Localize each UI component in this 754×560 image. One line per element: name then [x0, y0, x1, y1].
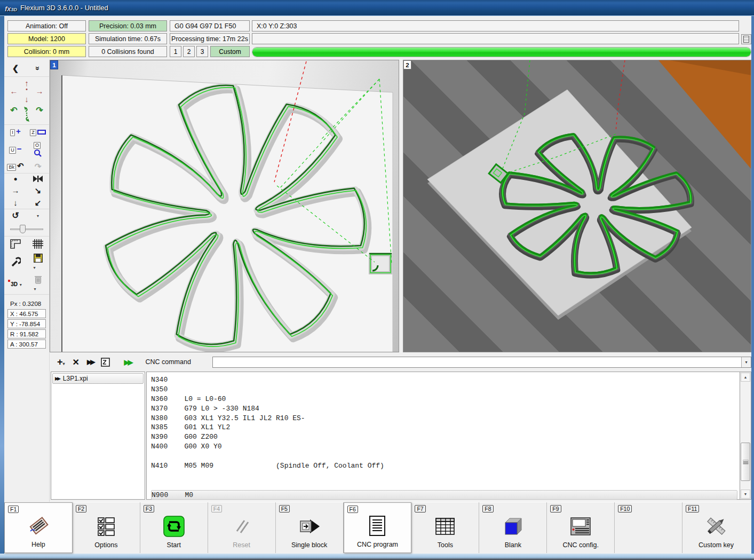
fkey-blank[interactable]: F8 Blank	[479, 502, 547, 553]
viewport-2d[interactable]: 1	[50, 60, 399, 352]
keypad-icon	[743, 36, 749, 43]
command-history-dropdown-icon[interactable]: ▾	[741, 357, 751, 367]
fkey-tag: F6	[347, 506, 358, 513]
gcode-line[interactable]: N360 L0 = L0-60	[151, 395, 740, 404]
pan-right-icon[interactable]: →	[36, 87, 44, 95]
pan-down-icon[interactable]: ↓	[25, 95, 29, 103]
move-diag-back-icon[interactable]: ↙	[35, 199, 42, 207]
view-mode-dropdown-icon: ▾	[20, 282, 22, 287]
cnc-command-label: CNC command	[145, 358, 191, 366]
zoom-back-button[interactable]: Bk↶	[7, 162, 23, 171]
gcode-line[interactable]: N370 G79 L0 > -330 N184	[151, 404, 740, 414]
reset-rotation-icon[interactable]: ↺	[12, 211, 19, 220]
fkey-single-block[interactable]: F5 Single block	[276, 502, 344, 553]
gcode-scrollbar[interactable]: ▲ ▼	[740, 372, 751, 500]
view-preset-custom-button[interactable]: Custom	[210, 46, 250, 57]
cnc-command-input[interactable]	[213, 357, 741, 367]
fkey-label: Start	[167, 541, 181, 549]
gcode-line[interactable]: N340	[151, 375, 740, 385]
progress-fill	[252, 48, 751, 57]
scroll-thumb[interactable]	[741, 443, 750, 481]
grid-icon[interactable]	[33, 239, 43, 249]
step-to-icon[interactable]	[33, 176, 43, 182]
tools-icon	[435, 515, 455, 538]
add-program-button[interactable]: +▾	[57, 357, 65, 368]
remove-program-button[interactable]: ✕	[73, 357, 80, 367]
wrench-icon[interactable]	[10, 257, 21, 267]
pixel-readout: Px : 0.3208	[7, 299, 46, 308]
keypad-button[interactable]	[741, 34, 751, 44]
edit-program-button[interactable]	[101, 358, 110, 367]
save-image-button[interactable]: ▾	[34, 254, 43, 271]
move-right-icon[interactable]: →	[12, 186, 20, 194]
gcode-line[interactable]: N400 G00 X0 Y0	[151, 442, 740, 452]
fkey-tag: F7	[415, 505, 425, 512]
zoom-original-button[interactable]: O	[34, 140, 42, 157]
gcode-line[interactable]: N390 G00 Z200	[151, 432, 740, 442]
cnc-command-inputwrap: ▾	[212, 357, 751, 368]
file-item[interactable]: ▶▶ L3P1.xpi	[52, 373, 144, 384]
fkey-label: Custom key	[699, 541, 734, 549]
fkey-cnc-program[interactable]: F6 CNC program	[344, 502, 412, 553]
redo-icon[interactable]: ↷	[35, 162, 42, 170]
scroll-up-icon[interactable]: ▲	[741, 373, 750, 382]
fkey-f10-empty[interactable]: F10	[615, 502, 682, 553]
position-field: X:0 Y:0 Z:303	[252, 20, 739, 31]
run-fast-button[interactable]: ▶▶	[87, 358, 93, 366]
window-border-right	[751, 16, 754, 554]
gcode-editor[interactable]: N340 N350 N360 L0 = L0-60 N370 G79 L0 > …	[146, 372, 740, 500]
ruler-icon[interactable]	[10, 239, 21, 249]
fkey-help[interactable]: F1 Help	[4, 502, 73, 553]
gcode-line[interactable]: N350	[151, 385, 740, 395]
collision-field[interactable]: Collision: 0 mm	[7, 46, 86, 57]
pan-up-icon[interactable]: ↑	[25, 79, 29, 87]
model-field[interactable]: Model: 1200	[7, 33, 86, 44]
speed-slider[interactable]	[10, 224, 43, 234]
fkey-tools[interactable]: F7 Tools	[411, 502, 479, 553]
fkey-custom-key[interactable]: F11 Custom key	[682, 502, 750, 553]
pan-center-icon[interactable]: •	[26, 87, 28, 95]
lead-in-tab-2d	[369, 254, 392, 273]
gcode-line-current[interactable]: N900 M0	[151, 490, 737, 500]
zoom-window-button[interactable]: Z	[30, 128, 46, 136]
options-icon	[97, 515, 116, 538]
rotate-vertical-icon[interactable]	[23, 106, 30, 122]
gcode-line[interactable]: N385 G01 XL1 YL2	[151, 423, 740, 432]
simulation-progress-bar	[252, 47, 751, 57]
fkey-start[interactable]: F3 Start	[140, 502, 208, 553]
move-down-icon[interactable]: ↓	[13, 199, 18, 207]
animation-status-field[interactable]: Animation: Off	[7, 20, 86, 31]
gcode-line[interactable]: N380 G03 XL1 Y32.5 IL1 JL2 R10 ES-	[151, 414, 740, 423]
move-diag-down-icon[interactable]: ↘	[35, 186, 42, 194]
gcode-line	[151, 480, 740, 490]
rotate-left-icon[interactable]: ↶	[10, 106, 17, 122]
r-readout: R : 91.582	[7, 329, 46, 338]
record-point-icon[interactable]: ●	[13, 176, 17, 182]
view-preset-2-button[interactable]: 2	[183, 46, 195, 57]
viewport-3d[interactable]: 2	[403, 60, 751, 352]
delete-path-button[interactable]: ▾	[34, 275, 42, 292]
zoom-rect-icon	[37, 130, 46, 135]
view-preset-3-button[interactable]: 3	[196, 46, 208, 57]
rotate-right-icon[interactable]: ↷	[36, 106, 43, 122]
machine-3d-drawing	[403, 60, 751, 352]
expand-all-icon[interactable]: »	[34, 66, 42, 70]
run-simulation-button[interactable]: ▶▶	[124, 358, 131, 366]
slider-thumb[interactable]	[20, 225, 26, 233]
precision-field[interactable]: Precision: 0.03 mm	[89, 20, 167, 31]
view-preset-1-button[interactable]: 1	[170, 46, 181, 57]
fkey-tag: F8	[482, 505, 493, 512]
rotation-dropdown-icon[interactable]: ▾	[37, 214, 39, 218]
function-key-bar: F1 Help F2 Options F3 Start F4 Reset	[4, 502, 750, 553]
scroll-down-icon[interactable]: ▼	[741, 490, 750, 499]
fkey-options[interactable]: F2 Options	[73, 502, 140, 553]
fkey-cnc-config[interactable]: F9 CNC config.	[547, 502, 615, 553]
collapse-panel-icon[interactable]: ❮	[12, 64, 19, 72]
view-mode-button[interactable]: 3D ▾	[9, 280, 21, 288]
zoom-in-button[interactable]: I+	[10, 127, 20, 136]
fkey-tag: F11	[686, 505, 699, 512]
zoom-out-button[interactable]: U−	[9, 145, 21, 154]
title-bar[interactable]: fx3D Flexium 3D 3.6.0.0 - Untitled	[0, 0, 754, 16]
pan-left-icon[interactable]: ←	[10, 87, 18, 95]
gcode-line[interactable]: N410 M05 M09 (Spindle Off, Coolant Off)	[151, 461, 740, 471]
